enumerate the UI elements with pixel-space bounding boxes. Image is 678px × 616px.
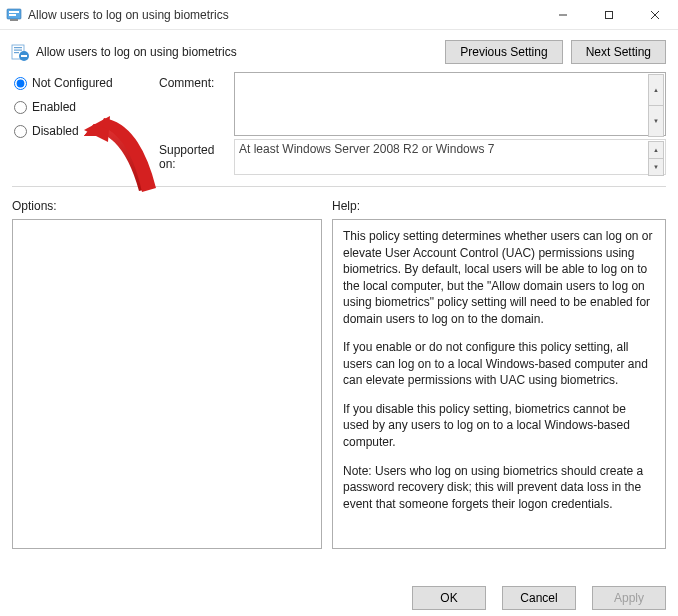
svg-rect-1 xyxy=(9,11,19,13)
help-paragraph: Note: Users who log on using biometrics … xyxy=(343,463,655,513)
gpedit-icon xyxy=(6,7,22,23)
setting-state-radiogroup: Not Configured Enabled Disabled xyxy=(14,72,159,178)
window-controls xyxy=(540,0,678,30)
radio-disabled-input[interactable] xyxy=(14,125,27,138)
supported-on-label: Supported on: xyxy=(159,139,234,178)
svg-rect-2 xyxy=(9,14,16,16)
spin-down-icon[interactable]: ▼ xyxy=(648,159,664,176)
radio-not-configured[interactable]: Not Configured xyxy=(14,76,159,90)
help-paragraph: This policy setting determines whether u… xyxy=(343,228,655,327)
previous-setting-button[interactable]: Previous Setting xyxy=(445,40,562,64)
radio-disabled[interactable]: Disabled xyxy=(14,124,159,138)
help-paragraph: If you enable or do not configure this p… xyxy=(343,339,655,389)
radio-not-configured-label: Not Configured xyxy=(32,76,113,90)
window-title: Allow users to log on using biometrics xyxy=(28,8,540,22)
comment-spinner: ▲ ▼ xyxy=(648,74,664,137)
radio-not-configured-input[interactable] xyxy=(14,77,27,90)
svg-rect-13 xyxy=(21,55,27,57)
help-paragraph: If you disable this policy setting, biom… xyxy=(343,401,655,451)
radio-enabled-label: Enabled xyxy=(32,100,76,114)
radio-enabled-input[interactable] xyxy=(14,101,27,114)
radio-disabled-label: Disabled xyxy=(32,124,79,138)
svg-rect-5 xyxy=(606,11,613,18)
title-bar: Allow users to log on using biometrics xyxy=(0,0,678,30)
close-button[interactable] xyxy=(632,0,678,30)
radio-enabled[interactable]: Enabled xyxy=(14,100,159,114)
options-label: Options: xyxy=(12,199,322,213)
comment-label: Comment: xyxy=(159,72,234,139)
apply-button[interactable]: Apply xyxy=(592,586,666,610)
spin-up-icon[interactable]: ▲ xyxy=(648,141,664,159)
separator xyxy=(12,186,666,187)
svg-rect-9 xyxy=(14,47,22,48)
svg-rect-11 xyxy=(14,52,19,53)
options-pane xyxy=(12,219,322,549)
spin-down-icon[interactable]: ▼ xyxy=(648,106,664,137)
policy-icon xyxy=(10,42,30,62)
next-setting-button[interactable]: Next Setting xyxy=(571,40,666,64)
policy-header: Allow users to log on using biometrics P… xyxy=(0,30,678,70)
help-pane[interactable]: This policy setting determines whether u… xyxy=(332,219,666,549)
cancel-button[interactable]: Cancel xyxy=(502,586,576,610)
policy-title: Allow users to log on using biometrics xyxy=(36,45,237,59)
dialog-button-bar: OK Cancel Apply xyxy=(412,580,666,616)
svg-rect-3 xyxy=(10,19,18,21)
ok-button[interactable]: OK xyxy=(412,586,486,610)
maximize-button[interactable] xyxy=(586,0,632,30)
help-label: Help: xyxy=(332,199,666,213)
supported-on-text xyxy=(234,139,666,175)
minimize-button[interactable] xyxy=(540,0,586,30)
supported-spinner: ▲ ▼ xyxy=(648,141,664,176)
comment-textarea[interactable] xyxy=(234,72,666,136)
svg-rect-10 xyxy=(14,50,22,51)
spin-up-icon[interactable]: ▲ xyxy=(648,74,664,106)
